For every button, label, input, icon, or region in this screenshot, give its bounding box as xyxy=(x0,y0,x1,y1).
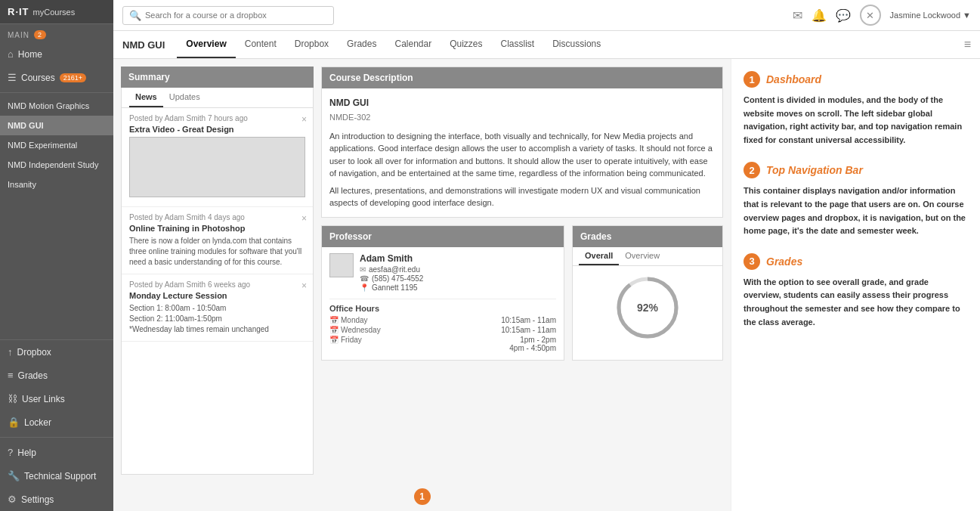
desc-body: NMD GUI NMDE-302 An introduction to desi… xyxy=(322,88,722,217)
sidebar-item-user-links[interactable]: ⛓ User Links xyxy=(0,387,113,410)
nav-menu-icon[interactable]: ≡ xyxy=(964,38,971,51)
sidebar-divider xyxy=(0,92,113,93)
grade-percentage: 92% xyxy=(637,302,658,314)
sidebar-item-label: Courses xyxy=(21,73,55,83)
tab-discussions[interactable]: Discussions xyxy=(543,31,610,58)
topbar-icons: ✉ 🔔 💬 ✕ Jasmine Lockwood ▼ xyxy=(793,5,971,26)
prof-details: Adam Smith ✉ aesfaa@rit.edu ☎ (585) 475-… xyxy=(360,253,423,293)
nav-tabs: Overview Content Dropbox Grades Calendar… xyxy=(177,31,610,58)
summary-body: News Updates Posted by Adam Smith 7 hour… xyxy=(121,88,314,475)
news-updates-tabs: News Updates xyxy=(122,88,313,108)
tab-grades[interactable]: Grades xyxy=(338,31,385,58)
tab-news[interactable]: News xyxy=(129,88,163,107)
news-close-1[interactable]: × xyxy=(301,114,307,125)
anno-num-3: 3 xyxy=(744,253,760,270)
sidebar-item-home[interactable]: ⌂ Home xyxy=(0,42,113,66)
prof-avatar xyxy=(329,253,354,277)
user-name: Jasmine Lockwood xyxy=(890,11,961,20)
sidebar-item-nmd-motion[interactable]: NMD Motion Graphics xyxy=(0,96,113,116)
calendar-icon-fri: 📅 xyxy=(329,336,339,344)
phone-icon: ☎ xyxy=(360,274,369,283)
topbar: 🔍 ✉ 🔔 💬 ✕ Jasmine Lockwood ▼ xyxy=(113,0,980,31)
grades-tabs: Overall Overview xyxy=(573,247,722,266)
tab-dropbox[interactable]: Dropbox xyxy=(286,31,338,58)
help-icon: ? xyxy=(8,447,13,458)
tab-overall[interactable]: Overall xyxy=(579,247,619,265)
news-title-3: Monday Lecture Session xyxy=(129,291,305,300)
anno-header-3: 3 Grades xyxy=(744,253,968,270)
bottom-panels: Professor Adam Smith ✉ aesfaa@rit.edu xyxy=(321,225,723,361)
news-meta-2: Posted by Adam Smith 4 days ago xyxy=(129,213,305,221)
news-item-2: Posted by Adam Smith 4 days ago Online T… xyxy=(122,207,313,274)
prof-panel: Professor Adam Smith ✉ aesfaa@rit.edu xyxy=(321,225,564,361)
news-text-3: Section 1: 8:00am - 10:50amSection 2: 11… xyxy=(129,303,305,335)
desc-course-title: NMD GUI xyxy=(329,96,715,110)
prof-name: Adam Smith xyxy=(360,253,423,264)
annotation-panel: 1 Dashboard Content is divided in module… xyxy=(731,59,980,511)
sidebar-item-insanity[interactable]: Insanity xyxy=(0,175,113,194)
main-section-label: MAIN 2 xyxy=(0,24,113,42)
locker-icon: 🔒 xyxy=(8,417,20,428)
grades-header: Grades xyxy=(573,226,722,247)
email-icon: ✉ xyxy=(360,265,366,274)
sidebar-item-dropbox[interactable]: ↑ Dropbox xyxy=(0,340,113,364)
desc-text-2: All lectures, presentations, and demonst… xyxy=(329,184,715,209)
dropbox-icon: ↑ xyxy=(8,346,13,358)
tab-calendar[interactable]: Calendar xyxy=(385,31,441,58)
sidebar-item-courses[interactable]: ☰ Courses 2161+ xyxy=(0,66,113,89)
userlinks-icon: ⛓ xyxy=(8,393,17,404)
sidebar-item-settings[interactable]: ⚙ Settings xyxy=(0,488,113,511)
tab-classlist[interactable]: Classlist xyxy=(492,31,544,58)
sidebar-item-nmd-experimental[interactable]: NMD Experimental xyxy=(0,135,113,155)
chat-icon[interactable]: 💬 xyxy=(836,8,851,23)
close-button[interactable]: ✕ xyxy=(860,5,881,26)
prof-email: ✉ aesfaa@rit.edu xyxy=(360,265,423,274)
sidebar-item-locker[interactable]: 🔒 Locker xyxy=(0,410,113,434)
user-dropdown-icon: ▼ xyxy=(963,11,971,20)
sidebar-item-grades[interactable]: ≡ Grades xyxy=(0,364,113,387)
sidebar-badge: 2 xyxy=(34,30,46,39)
anno-item-3: 3 Grades With the option to see overall … xyxy=(744,253,968,329)
sidebar: R·IT myCourses MAIN 2 ⌂ Home ☰ Courses 2… xyxy=(0,0,113,511)
desc-header: Course Description xyxy=(322,67,722,88)
desc-course-code: NMDE-302 xyxy=(329,111,715,124)
tech-support-icon: 🔧 xyxy=(8,470,20,482)
user-info[interactable]: Jasmine Lockwood ▼ xyxy=(890,11,971,20)
sidebar-item-nmd-independent[interactable]: NMD Independent Study xyxy=(0,155,113,175)
tab-quizzes[interactable]: Quizzes xyxy=(441,31,491,58)
grades-panel: Grades Overall Overview xyxy=(572,225,723,361)
course-nav: NMD GUI Overview Content Dropbox Grades … xyxy=(113,31,980,59)
tab-updates[interactable]: Updates xyxy=(163,88,206,107)
summary-header: Summary xyxy=(121,67,314,88)
search-box[interactable]: 🔍 xyxy=(122,6,334,25)
sidebar-item-nmd-gui[interactable]: NMD GUI xyxy=(0,116,113,135)
search-input[interactable] xyxy=(145,11,327,20)
sidebar-item-help[interactable]: ? Help xyxy=(0,441,113,464)
mail-icon[interactable]: ✉ xyxy=(793,8,802,23)
office-hours-title: Office Hours xyxy=(329,299,556,313)
anno-title-1: Dashboard xyxy=(766,73,821,85)
news-close-3[interactable]: × xyxy=(301,280,307,291)
prof-info: Adam Smith ✉ aesfaa@rit.edu ☎ (585) 475-… xyxy=(329,253,556,293)
prof-body: Adam Smith ✉ aesfaa@rit.edu ☎ (585) 475-… xyxy=(322,247,564,360)
sidebar-bottom: ↑ Dropbox ≡ Grades ⛓ User Links 🔒 Locker… xyxy=(0,339,113,511)
right-panels: Course Description NMD GUI NMDE-302 An i… xyxy=(321,67,723,475)
circle-chart: 92% xyxy=(614,274,682,342)
sidebar-item-tech-support[interactable]: 🔧 Technical Support xyxy=(0,464,113,488)
news-meta-1: Posted by Adam Smith 7 hours ago xyxy=(129,114,305,122)
tab-overview[interactable]: Overview xyxy=(177,31,235,58)
tab-overview[interactable]: Overview xyxy=(619,247,666,265)
anno-text-2: This container displays navigation and/o… xyxy=(744,184,968,237)
bell-icon[interactable]: 🔔 xyxy=(812,8,827,23)
office-hours-wednesday: 📅 Wednesday 10:15am - 11am xyxy=(329,326,556,334)
sidebar-divider-2 xyxy=(0,437,113,438)
tab-content[interactable]: Content xyxy=(236,31,286,58)
course-title: NMD GUI xyxy=(122,32,165,58)
news-item-3: Posted by Adam Smith 6 weeks ago Monday … xyxy=(122,274,313,342)
news-close-2[interactable]: × xyxy=(301,213,307,224)
settings-icon: ⚙ xyxy=(8,494,17,505)
page-dot-1[interactable]: 1 xyxy=(414,488,431,505)
my-courses-label: myCourses xyxy=(33,8,76,17)
prof-phone: ☎ (585) 475-4552 xyxy=(360,274,423,283)
anno-title-2: Top Navigation Bar xyxy=(766,164,863,176)
